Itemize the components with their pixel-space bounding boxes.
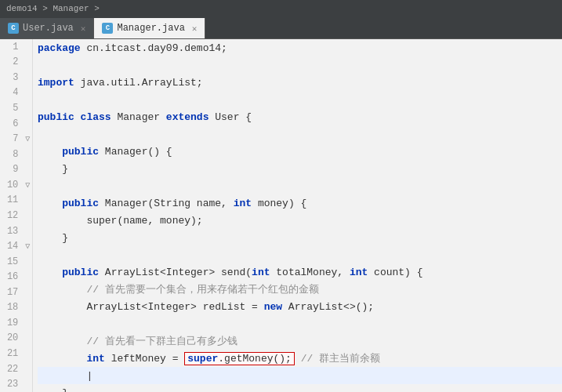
gutter-row-5: 5 [0, 100, 32, 116]
title-bar: demo14 > Manager > [0, 0, 562, 17]
code-line-10: public Manager(String name, int money) { [38, 194, 562, 212]
gutter: 1 2 3 4 5 6 7▽ 8 9 10▽ 11 12 13 14▽ 15 1… [0, 39, 33, 392]
gutter-row-20: 20 [0, 331, 32, 347]
editor-area: 1 2 3 4 5 6 7▽ 8 9 10▽ 11 12 13 14▽ 15 1… [0, 39, 562, 392]
gutter-row-15: 15 [0, 254, 32, 270]
code-line-12: } [38, 229, 562, 246]
gutter-row-9: 9 [0, 162, 32, 178]
gutter-row-17: 17 [0, 285, 32, 300]
tab-manager-icon: C [102, 23, 113, 34]
red-box-highlight: super.getMoney(); [184, 352, 295, 365]
gutter-row-3: 3 [0, 70, 32, 85]
gutter-row-22: 22 [0, 361, 32, 377]
code-line-7: public Manager() { [38, 143, 562, 160]
gutter-row-11: 11 [0, 193, 32, 209]
breadcrumb: demo14 > Manager > [6, 4, 100, 13]
gutter-row-18: 18 [0, 300, 32, 316]
code-line-3: import java.util.ArrayList; [38, 74, 562, 91]
gutter-row-2: 2 [0, 55, 32, 71]
code-line-19: int leftMoney = super.getMoney(); // 群主当… [38, 350, 562, 367]
code-line-14: public ArrayList<Integer> send(int total… [38, 263, 562, 281]
code-line-2 [38, 56, 562, 74]
tab-user[interactable]: C User.java ✕ [0, 18, 94, 38]
code-line-11: super(name, money); [38, 212, 562, 229]
tab-user-close[interactable]: ✕ [81, 24, 86, 34]
code-area[interactable]: package cn.itcast.day09.demo14; import j… [33, 39, 562, 392]
code-line-20: | [38, 367, 562, 384]
code-line-4 [38, 91, 562, 108]
gutter-row-14: 14▽ [0, 238, 32, 254]
code-line-15: // 首先需要一个集合，用来存储若干个红包的金额 [38, 281, 562, 298]
tab-user-icon: C [8, 23, 19, 34]
gutter-row-7: 7▽ [0, 131, 32, 147]
tab-user-label: User.java [23, 23, 74, 34]
gutter-row-8: 8 [0, 147, 32, 162]
gutter-row-13: 13 [0, 223, 32, 239]
code-line-16: ArrayList<Integer> redList = new ArrayLi… [38, 298, 562, 315]
code-line-5: public class Manager extends User { [38, 108, 562, 125]
code-lines: package cn.itcast.day09.demo14; import j… [33, 39, 562, 392]
gutter-row-21: 21 [0, 346, 32, 361]
code-line-6 [38, 125, 562, 143]
code-line-17 [38, 315, 562, 332]
tab-bar: C User.java ✕ C Manager.java ✕ [0, 17, 562, 39]
tab-manager-close[interactable]: ✕ [192, 24, 198, 34]
gutter-row-4: 4 [0, 85, 32, 101]
code-line-8: } [38, 160, 562, 177]
gutter-row-10: 10▽ [0, 177, 32, 193]
gutter-row-12: 12 [0, 208, 32, 223]
code-line-13 [38, 246, 562, 263]
gutter-row-6: 6 [0, 116, 32, 132]
gutter-row-16: 16 [0, 269, 32, 285]
gutter-row-1: 1 [0, 39, 32, 55]
tab-manager-label: Manager.java [117, 23, 184, 34]
code-line-9 [38, 177, 562, 194]
gutter-row-23: 23 [0, 376, 32, 392]
tab-manager[interactable]: C Manager.java ✕ [94, 18, 205, 38]
code-line-1: package cn.itcast.day09.demo14; [38, 39, 562, 56]
gutter-row-19: 19 [0, 315, 32, 331]
code-line-18: // 首先看一下群主自己有多少钱 [38, 332, 562, 350]
code-line-21: } [38, 384, 562, 392]
